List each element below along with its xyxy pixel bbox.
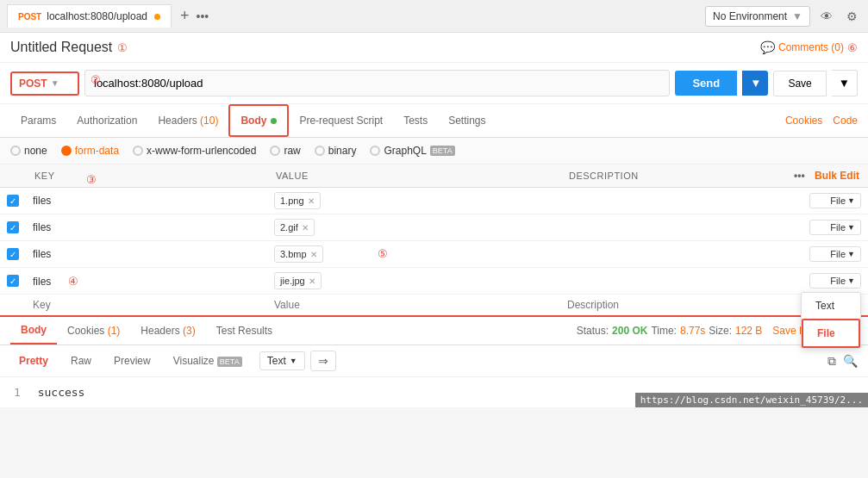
annotation-6: ⑥ [847,41,858,54]
remove-file-4-jpg[interactable]: ✕ [309,276,315,286]
code-link[interactable]: Code [833,115,858,127]
active-tab[interactable]: POST localhost:8080/upload [7,4,172,28]
row-key-3: files [26,241,267,268]
row-type-1[interactable]: File ▼ [809,193,861,208]
save-button[interactable]: Save [773,71,826,96]
radio-binary[interactable]: binary [315,145,357,157]
radio-binary-btn[interactable] [315,146,325,156]
radio-graphql[interactable]: GraphQL BETA [370,145,454,157]
resp-tab-raw[interactable]: Raw [62,351,100,370]
radio-none[interactable]: none [10,145,47,157]
tab-tests[interactable]: Tests [393,106,438,135]
bottom-tab-test-results[interactable]: Test Results [206,318,283,344]
new-desc-input[interactable] [567,299,758,311]
resp-tab-visualize[interactable]: Visualize BETA [165,351,251,370]
tab-body[interactable]: Body [228,104,289,137]
tab-unsaved-dot [154,14,160,20]
eye-button[interactable]: 👁 [817,6,836,27]
row-key-2: files [26,214,267,241]
new-value-input[interactable] [274,299,553,311]
file-tag-2-gif: 2.gif [280,222,298,233]
size-label: Size: [709,325,732,337]
radio-urlencoded-btn[interactable] [133,146,143,156]
new-key-input[interactable] [33,299,260,311]
tab-authorization[interactable]: Authorization [66,106,147,135]
row-type-3[interactable]: File ▼ [809,246,861,262]
radio-raw-btn[interactable] [270,146,280,156]
footer-url: https://blog.csdn.net/weixin_45739/2... [635,393,868,407]
env-label: No Environment [713,10,787,22]
row-checkbox-1[interactable]: ✓ [7,195,19,207]
resp-tab-pretty[interactable]: Pretty [10,351,57,370]
settings-button[interactable]: ⚙ [843,6,861,27]
radio-form-data[interactable]: form-data [61,145,119,157]
dropdown-file-option[interactable]: File [802,319,860,348]
row-type-4-dropdown[interactable]: File ▼ [809,273,861,289]
response-size: 122 B [735,325,762,337]
radio-none-btn[interactable] [10,146,21,156]
row-desc-3 [560,241,765,268]
annotation-5: ⑤ [378,247,388,260]
remove-file-2-gif[interactable]: ✕ [302,223,309,233]
tab-settings[interactable]: Settings [438,106,496,135]
row-desc-2 [560,214,765,241]
bottom-tab-cookies[interactable]: Cookies (1) [57,318,130,344]
dropdown-text-option[interactable]: Text [802,293,860,319]
file-tag-1-png: 1.png [280,196,304,206]
radio-form-data-btn[interactable] [61,146,72,156]
table-row: ✓ files ④ jie.jpg ✕ File ▼ [0,268,868,295]
annotation-3: ③ [86,173,97,186]
bulk-edit-button[interactable]: Bulk Edit [815,170,859,182]
add-tab-button[interactable]: + [173,7,197,25]
more-options-btn[interactable]: ••• [794,170,805,182]
search-response-button[interactable]: 🔍 [843,354,858,369]
tab-params[interactable]: Params [10,106,66,135]
tab-pre-request-script[interactable]: Pre-request Script [289,106,393,135]
line-number-1: 1 [14,386,21,399]
copy-response-button[interactable]: ⧉ [827,354,836,369]
status-code: 200 OK [612,325,647,337]
annotation-2: ② [91,73,101,86]
send-dropdown-button[interactable]: ▼ [742,71,768,96]
row-key-1: files [26,188,267,214]
radio-urlencoded-label: x-www-form-urlencoded [147,145,256,157]
indent-button[interactable]: ⇒ [310,351,336,371]
radio-graphql-label: GraphQL [384,145,426,157]
radio-raw[interactable]: raw [270,145,300,157]
environment-selector[interactable]: No Environment ▼ [705,6,810,27]
method-dropdown-arrow: ▼ [51,78,59,88]
status-label: Status: [577,325,609,337]
row-type-2[interactable]: File ▼ [809,220,861,235]
remove-file-3-bmp[interactable]: ✕ [310,250,317,259]
format-selector[interactable]: Text ▼ [259,351,305,370]
row-value-2: 2.gif ✕ [267,214,560,241]
response-text-success: success [38,386,85,399]
tab-headers[interactable]: Headers (10) [147,106,228,135]
resp-tab-preview[interactable]: Preview [105,351,159,370]
method-selector[interactable]: POST ▼ [10,71,79,96]
more-tabs-button[interactable]: ••• [197,9,209,23]
time-label: Time: [651,325,677,337]
radio-urlencoded[interactable]: x-www-form-urlencoded [133,145,256,157]
bottom-tab-body[interactable]: Body [10,317,57,345]
annotation-4: ④ [68,275,78,288]
col-header-key: KEY [26,165,267,188]
request-name: Untitled Request [10,40,112,55]
bottom-tab-headers[interactable]: Headers (3) [130,318,205,344]
format-label: Text [267,355,286,367]
radio-graphql-btn[interactable] [370,146,380,156]
save-dropdown-button[interactable]: ▼ [832,70,858,96]
row-desc-4 [560,268,765,295]
row-checkbox-3[interactable]: ✓ [7,248,19,260]
row-checkbox-2[interactable]: ✓ [7,221,19,233]
remove-file-1-png[interactable]: ✕ [308,196,315,206]
row-checkbox-4[interactable]: ✓ [7,275,19,287]
url-input[interactable] [84,70,670,96]
annotation-1: ① [117,41,128,54]
cookies-link[interactable]: Cookies [785,115,822,127]
comments-link[interactable]: Comments (0) [778,41,844,53]
table-row: ✓ files 3.bmp ✕ ⑤ File ▼ [0,241,868,268]
radio-raw-label: raw [284,145,300,157]
resp-beta-badge: BETA [217,357,242,367]
send-button[interactable]: Send [675,71,737,96]
